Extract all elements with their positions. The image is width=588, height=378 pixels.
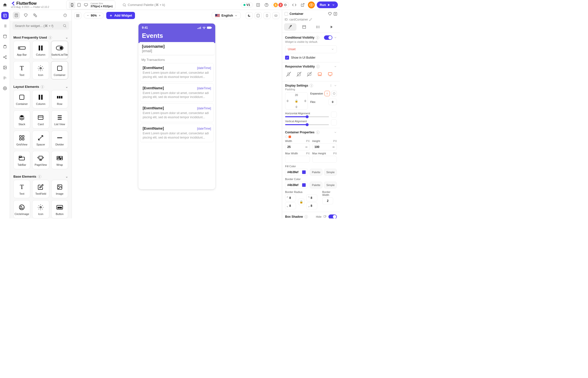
height-input[interactable]: 100∞ [312, 143, 337, 150]
v-align-input[interactable] [331, 119, 337, 125]
resp-mobile-off[interactable] [285, 71, 292, 78]
shape-circle-option[interactable] [285, 136, 288, 138]
expansion-mode-1[interactable] [324, 91, 330, 96]
widget-image[interactable]: Image [51, 180, 68, 198]
bordercolor-input[interactable]: #4b39ef [285, 182, 308, 189]
chevron-down-icon[interactable] [334, 84, 337, 87]
cond-vis-select[interactable]: Unset [285, 45, 337, 53]
widget-icon[interactable]: Icon [32, 61, 49, 79]
zoom-in-button[interactable]: + [98, 14, 102, 17]
bordercolor-simple-button[interactable]: Simple [324, 182, 337, 189]
info-icon[interactable]: i [304, 215, 308, 218]
theme-toggle[interactable] [246, 12, 253, 19]
widget-circleimage[interactable]: CircleImage [13, 200, 30, 218]
boxshadow-toggle[interactable] [328, 214, 337, 218]
show-in-builder-row[interactable]: ✓ Show in UI Builder [285, 56, 337, 60]
widget-switchlisttile[interactable]: SwitchListTile [51, 41, 68, 59]
section-base-header[interactable]: Base Elements i ⌄ [13, 173, 68, 180]
device-desktop-button[interactable] [83, 2, 89, 8]
panel-tool-diamond[interactable] [22, 12, 29, 19]
language-select[interactable]: English [212, 12, 241, 19]
nav-tree[interactable] [1, 22, 9, 30]
h-align-slider[interactable] [285, 116, 329, 117]
more-icon[interactable] [329, 84, 332, 87]
maxwidth-input[interactable] [285, 156, 310, 163]
tab-style[interactable] [284, 23, 296, 31]
nav-storage[interactable] [1, 33, 9, 40]
nav-functions[interactable] [1, 74, 9, 82]
home-button[interactable] [2, 2, 8, 8]
chevron-down-icon[interactable] [334, 36, 337, 39]
radius-br-input[interactable]: ⌟8 [306, 202, 317, 209]
widget-container-2[interactable]: Container [13, 90, 30, 108]
edit-icon[interactable] [309, 18, 312, 21]
info-icon[interactable]: i [316, 65, 320, 68]
resp-tablet-landscape-off[interactable] [306, 71, 313, 78]
widget-icon-2[interactable]: Icon [32, 200, 49, 218]
widget-stack[interactable]: Stack [13, 110, 30, 129]
resp-desktop-on[interactable] [316, 71, 323, 78]
nav-pages[interactable] [1, 43, 9, 50]
padding-bottom[interactable]: 0 [296, 105, 297, 108]
tab-layout[interactable] [298, 23, 310, 31]
nav-widgets[interactable] [1, 12, 9, 19]
command-palette-trigger[interactable]: Command Palette (⌘ + k) [122, 3, 165, 7]
widget-spacer[interactable]: Spacer [32, 131, 49, 149]
transaction-card[interactable]: [EventName][dateTime]Event Lorem ipsum d… [140, 83, 214, 102]
code-button[interactable] [291, 2, 297, 8]
notification-group[interactable]: 5 2 [272, 2, 289, 8]
open-external-button[interactable] [299, 2, 306, 8]
tab-actions[interactable] [312, 23, 324, 31]
preview-mobile[interactable] [264, 12, 270, 19]
padding-right[interactable]: 0 [305, 99, 306, 102]
flex-value[interactable]: 0 [328, 99, 337, 105]
h-align-input[interactable] [331, 112, 337, 118]
info-icon[interactable]: i [310, 84, 313, 87]
borderwidth-input[interactable]: 2 [322, 197, 333, 204]
add-widget-button[interactable]: Add Widget [106, 12, 135, 19]
widget-wrap[interactable]: Wrap [51, 151, 68, 169]
radius-lock[interactable]: 🔒 [298, 199, 304, 205]
radius-tl-input[interactable]: ⌜8 [285, 194, 296, 201]
fillcolor-palette-button[interactable]: Palette [310, 169, 322, 176]
padding-top[interactable]: 20 [295, 94, 298, 96]
transaction-card[interactable]: [EventName][dateTime]Event Lorem ipsum d… [140, 63, 214, 82]
widget-gridview[interactable]: GridView [13, 131, 30, 149]
component-add-icon[interactable] [333, 12, 337, 16]
widget-appbar[interactable]: App Bar [13, 41, 30, 59]
nav-settings[interactable] [1, 85, 9, 92]
radius-tr-input[interactable]: ⌝8 [306, 194, 317, 201]
widget-column-2[interactable]: Column [32, 90, 49, 108]
device-mobile-button[interactable] [69, 2, 75, 8]
widget-listview[interactable]: List View [51, 110, 68, 129]
select-checkbox[interactable] [285, 12, 288, 16]
resp-tablet-portrait-off[interactable] [295, 71, 302, 78]
diamond-icon[interactable] [328, 12, 332, 16]
preview-keyboard[interactable] [272, 12, 279, 19]
cond-vis-toggle[interactable] [324, 35, 332, 40]
section-frequent-header[interactable]: Most Frequently Used i ⌄ [13, 34, 68, 41]
chevron-down-icon[interactable] [334, 65, 337, 68]
widget-search-input[interactable] [15, 24, 61, 28]
widget-divider[interactable]: Divider [51, 131, 68, 149]
padding-left[interactable]: 0 [287, 99, 288, 102]
chevron-down-icon[interactable] [334, 131, 337, 134]
popout-icon[interactable] [323, 215, 326, 218]
v-align-slider[interactable] [285, 124, 329, 125]
preview-tablet[interactable] [255, 12, 262, 19]
lock-icon[interactable]: 🔒 [295, 99, 298, 103]
panel-tool-component[interactable] [32, 12, 39, 19]
zoom-out-button[interactable]: − [86, 14, 90, 17]
help-button[interactable] [263, 2, 270, 8]
info-icon[interactable]: i [316, 131, 320, 134]
maxheight-input[interactable] [312, 156, 337, 163]
widget-text-2[interactable]: TText [13, 180, 30, 198]
expansion-mode-2[interactable] [331, 91, 337, 96]
device-tablet-button[interactable] [76, 2, 82, 8]
fillcolor-input[interactable]: #4b39ef [285, 169, 308, 176]
widget-pageview[interactable]: PageView [32, 151, 49, 169]
widget-search[interactable] [12, 22, 69, 30]
transaction-card[interactable]: [EventName][dateTime]Event Lorem ipsum d… [140, 124, 214, 142]
version-badge[interactable]: V1 [241, 2, 253, 7]
radius-bl-input[interactable]: ⌞8 [285, 202, 296, 209]
